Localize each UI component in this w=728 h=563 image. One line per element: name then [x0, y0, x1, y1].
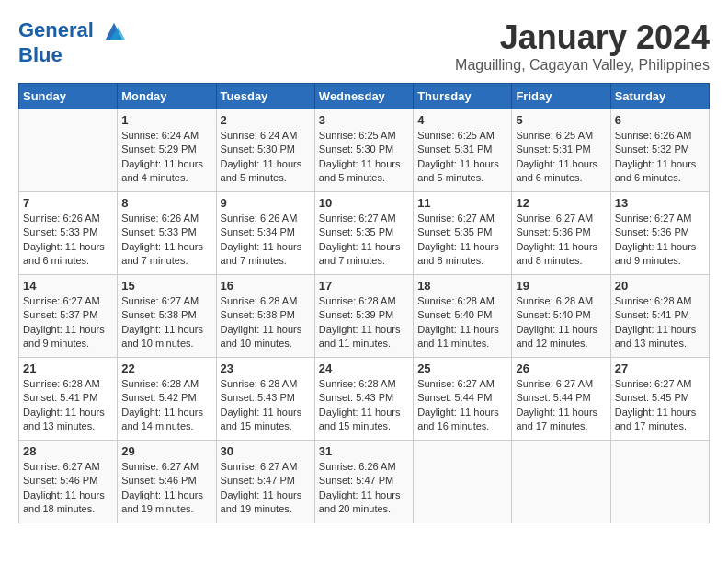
title-block: January 2024 Maguilling, Cagayan Valley,… [455, 18, 710, 74]
day-number: 21 [23, 362, 113, 375]
day-info-line: Sunrise: 6:26 AM [23, 213, 100, 224]
calendar-cell: 6Sunrise: 6:26 AMSunset: 5:32 PMDaylight… [610, 109, 709, 192]
day-info-line: Daylight: 11 hours [121, 489, 203, 500]
day-info-line: Sunrise: 6:28 AM [615, 295, 692, 306]
day-info-line: Sunset: 5:31 PM [417, 144, 492, 155]
day-info-line: Daylight: 11 hours [615, 158, 697, 169]
day-info-line: Sunset: 5:44 PM [516, 392, 590, 403]
day-info-line: Daylight: 11 hours [319, 489, 401, 500]
day-content: Sunrise: 6:27 AMSunset: 5:44 PMDaylight:… [516, 377, 606, 434]
day-content: Sunrise: 6:28 AMSunset: 5:40 PMDaylight:… [516, 294, 606, 351]
week-row-5: 28Sunrise: 6:27 AMSunset: 5:46 PMDayligh… [19, 441, 710, 523]
calendar-cell: 3Sunrise: 6:25 AMSunset: 5:30 PMDaylight… [314, 109, 413, 192]
day-info-line: Sunrise: 6:27 AM [121, 461, 199, 472]
day-info-line: Sunrise: 6:27 AM [516, 378, 593, 389]
day-info-line: Sunrise: 6:27 AM [417, 213, 495, 224]
day-info-line: and 9 minutes. [23, 338, 89, 349]
day-content: Sunrise: 6:27 AMSunset: 5:47 PMDaylight:… [221, 460, 311, 517]
day-number: 12 [516, 196, 606, 210]
calendar-cell: 28Sunrise: 6:27 AMSunset: 5:46 PMDayligh… [19, 441, 118, 523]
day-info-line: and 18 minutes. [23, 503, 95, 514]
calendar-cell: 26Sunrise: 6:27 AMSunset: 5:44 PMDayligh… [512, 358, 610, 441]
day-info-line: and 17 minutes. [516, 420, 587, 431]
day-info-line: Sunset: 5:46 PM [121, 475, 196, 486]
day-info-line: Sunrise: 6:26 AM [221, 213, 298, 224]
day-info-line: Daylight: 11 hours [121, 241, 203, 252]
day-info-line: Sunrise: 6:28 AM [319, 295, 396, 306]
day-info-line: Daylight: 11 hours [221, 241, 302, 252]
day-content: Sunrise: 6:24 AMSunset: 5:29 PMDaylight:… [121, 129, 211, 186]
day-content: Sunrise: 6:28 AMSunset: 5:43 PMDaylight:… [319, 377, 409, 434]
day-info-line: Sunset: 5:38 PM [121, 309, 196, 320]
day-number: 20 [615, 279, 705, 293]
calendar-cell: 18Sunrise: 6:28 AMSunset: 5:40 PMDayligh… [414, 275, 512, 358]
calendar-cell: 13Sunrise: 6:27 AMSunset: 5:36 PMDayligh… [610, 192, 709, 275]
calendar-cell: 24Sunrise: 6:28 AMSunset: 5:43 PMDayligh… [314, 358, 413, 441]
calendar-cell: 20Sunrise: 6:28 AMSunset: 5:41 PMDayligh… [610, 275, 709, 358]
day-info-line: Daylight: 11 hours [23, 489, 105, 500]
day-info-line: Daylight: 11 hours [23, 407, 105, 418]
weekday-header-friday: Friday [512, 84, 610, 109]
day-info-line: Daylight: 11 hours [221, 407, 302, 418]
day-info-line: and 9 minutes. [615, 255, 681, 266]
day-info-line: Sunrise: 6:27 AM [221, 461, 298, 472]
day-number: 18 [417, 279, 507, 293]
calendar-cell [19, 109, 118, 192]
day-info-line: Daylight: 11 hours [319, 324, 401, 335]
calendar-cell: 27Sunrise: 6:27 AMSunset: 5:45 PMDayligh… [610, 358, 709, 441]
calendar-cell [414, 441, 512, 523]
day-content: Sunrise: 6:25 AMSunset: 5:30 PMDaylight:… [319, 129, 409, 186]
day-number: 19 [516, 279, 606, 293]
day-info-line: Sunset: 5:31 PM [516, 144, 590, 155]
day-number: 13 [615, 196, 705, 210]
day-info-line: and 10 minutes. [121, 338, 193, 349]
day-content: Sunrise: 6:28 AMSunset: 5:38 PMDaylight:… [221, 294, 311, 351]
day-info-line: Sunrise: 6:27 AM [615, 378, 692, 389]
calendar-cell: 16Sunrise: 6:28 AMSunset: 5:38 PMDayligh… [216, 275, 314, 358]
day-info-line: Daylight: 11 hours [615, 324, 697, 335]
weekday-header-row: SundayMondayTuesdayWednesdayThursdayFrid… [19, 84, 710, 109]
calendar-cell: 7Sunrise: 6:26 AMSunset: 5:33 PMDaylight… [19, 192, 118, 275]
day-content: Sunrise: 6:26 AMSunset: 5:33 PMDaylight:… [23, 212, 113, 269]
calendar-cell: 22Sunrise: 6:28 AMSunset: 5:42 PMDayligh… [118, 358, 216, 441]
day-number: 17 [319, 279, 409, 293]
day-content: Sunrise: 6:25 AMSunset: 5:31 PMDaylight:… [516, 129, 606, 186]
week-row-4: 21Sunrise: 6:28 AMSunset: 5:41 PMDayligh… [19, 358, 710, 441]
day-info-line: and 17 minutes. [615, 420, 687, 431]
day-content: Sunrise: 6:26 AMSunset: 5:34 PMDaylight:… [221, 212, 311, 269]
day-info-line: Daylight: 11 hours [516, 324, 597, 335]
weekday-header-thursday: Thursday [414, 84, 512, 109]
day-info-line: Sunrise: 6:28 AM [417, 295, 495, 306]
day-info-line: Daylight: 11 hours [23, 324, 105, 335]
calendar-cell: 23Sunrise: 6:28 AMSunset: 5:43 PMDayligh… [216, 358, 314, 441]
day-content: Sunrise: 6:27 AMSunset: 5:44 PMDaylight:… [417, 377, 507, 434]
day-info-line: Daylight: 11 hours [516, 158, 597, 169]
weekday-header-saturday: Saturday [610, 84, 709, 109]
month-title: January 2024 [455, 18, 710, 57]
day-content: Sunrise: 6:26 AMSunset: 5:47 PMDaylight:… [319, 460, 409, 517]
day-number: 11 [417, 196, 507, 210]
day-info-line: Daylight: 11 hours [417, 158, 499, 169]
calendar-table: SundayMondayTuesdayWednesdayThursdayFrid… [18, 83, 710, 523]
day-info-line: Daylight: 11 hours [221, 158, 302, 169]
calendar-cell: 4Sunrise: 6:25 AMSunset: 5:31 PMDaylight… [414, 109, 512, 192]
day-info-line: Daylight: 11 hours [615, 241, 697, 252]
day-info-line: and 15 minutes. [319, 420, 391, 431]
calendar-cell: 25Sunrise: 6:27 AMSunset: 5:44 PMDayligh… [414, 358, 512, 441]
day-info-line: Sunset: 5:37 PM [23, 309, 97, 320]
week-row-1: 1Sunrise: 6:24 AMSunset: 5:29 PMDaylight… [19, 109, 710, 192]
day-info-line: and 7 minutes. [221, 255, 287, 266]
day-info-line: Sunrise: 6:26 AM [121, 213, 199, 224]
day-info-line: Sunset: 5:36 PM [516, 226, 590, 237]
day-number: 3 [319, 113, 409, 127]
day-info-line: Sunset: 5:33 PM [23, 226, 97, 237]
day-info-line: and 11 minutes. [417, 338, 489, 349]
day-content: Sunrise: 6:28 AMSunset: 5:39 PMDaylight:… [319, 294, 409, 351]
day-info-line: Sunset: 5:45 PM [615, 392, 689, 403]
calendar-cell: 19Sunrise: 6:28 AMSunset: 5:40 PMDayligh… [512, 275, 610, 358]
day-content: Sunrise: 6:27 AMSunset: 5:45 PMDaylight:… [615, 377, 705, 434]
day-info-line: Daylight: 11 hours [319, 241, 401, 252]
day-info-line: Daylight: 11 hours [121, 324, 203, 335]
logo: General Blue [18, 18, 127, 66]
day-info-line: Sunset: 5:47 PM [221, 475, 295, 486]
